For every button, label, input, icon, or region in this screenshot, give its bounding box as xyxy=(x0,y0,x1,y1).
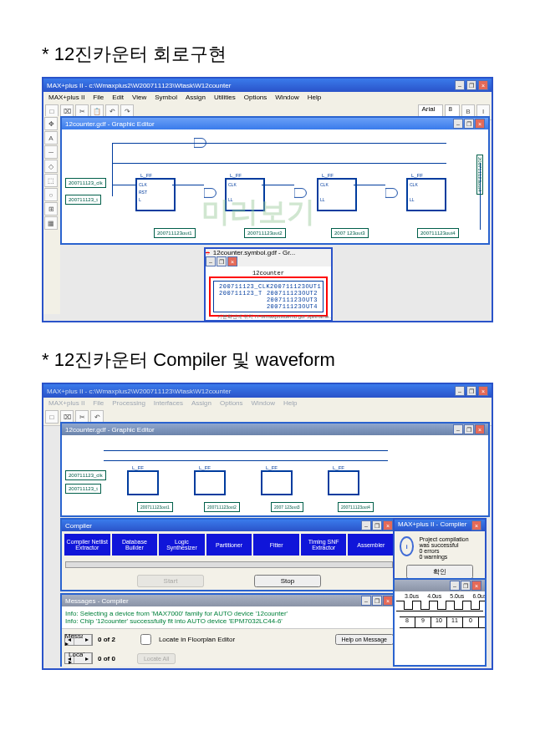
palette-tool[interactable]: ✥ xyxy=(44,117,58,130)
flipflop-1[interactable]: CLK RST L xyxy=(135,178,176,211)
maximize-icon[interactable]: ❐ xyxy=(217,256,227,266)
close-icon[interactable]: × xyxy=(383,520,393,530)
close-icon[interactable]: ○ xyxy=(206,249,210,256)
graphic-editor: 12counter.gdf - Graphic Editor –❐× 20071… xyxy=(60,422,490,517)
menu-item[interactable]: Interfaces xyxy=(154,399,183,407)
maximize-icon[interactable]: ❐ xyxy=(464,119,474,129)
flipflop-2[interactable]: CLK LL xyxy=(225,178,265,211)
message-nav[interactable]: ◂Message ▸▸ xyxy=(64,634,93,646)
flipflop-2[interactable] xyxy=(194,470,226,495)
menu-item[interactable]: Assign xyxy=(191,399,211,407)
schematic-canvas[interactable]: 200711123_clk 200711123_t 200711123out1 … xyxy=(62,435,488,515)
locate-all-button[interactable]: Locate All xyxy=(137,653,176,664)
input-pin-clk[interactable]: 200711123_clk xyxy=(65,470,106,480)
output-pin[interactable]: 2007 123out3 xyxy=(271,502,303,512)
menubar[interactable]: MAX+plus II File Edit View Symbol Assign… xyxy=(43,92,492,103)
output-pin[interactable]: 200711123out1 xyxy=(154,228,196,238)
compiler-step[interactable]: Database Builder xyxy=(112,534,158,556)
maximize-icon[interactable]: ❐ xyxy=(372,520,382,530)
menu-item[interactable]: Edit xyxy=(112,94,124,101)
flipflop-4[interactable]: CLK LL xyxy=(406,178,446,211)
input-pin-clk[interactable]: 200711123_clk xyxy=(65,178,106,188)
menu-item[interactable]: File xyxy=(93,94,104,101)
menu-item[interactable]: Window xyxy=(252,399,275,407)
output-pin-vertical[interactable]: 200711123out4 xyxy=(476,155,483,195)
output-pin[interactable]: 200711123out2 xyxy=(244,228,286,238)
compiler-step[interactable]: Logic Synthesizer xyxy=(159,534,205,556)
compiler-step[interactable]: Timing SNF Extractor xyxy=(301,534,347,556)
palette-tool[interactable]: ○ xyxy=(44,188,58,201)
maximize-button[interactable]: ❐ xyxy=(466,80,476,90)
close-icon[interactable]: × xyxy=(475,119,485,129)
input-pin-t[interactable]: 200711123_t xyxy=(65,195,101,205)
close-icon[interactable]: × xyxy=(383,596,393,606)
close-icon[interactable]: × xyxy=(471,520,482,530)
tool-palette[interactable]: ✥ A ─ ◇ ⬚ ○ ⊞ ▦ xyxy=(43,116,60,314)
menu-item[interactable]: Options xyxy=(244,94,268,101)
flipflop-3[interactable] xyxy=(261,470,293,495)
output-pin[interactable]: 2007 123out3 xyxy=(331,228,369,238)
output-pin[interactable]: 200711123out4 xyxy=(338,502,374,512)
output-pin[interactable]: 200711123out2 xyxy=(204,502,240,512)
menu-item[interactable]: View xyxy=(132,94,146,101)
minimize-icon[interactable]: – xyxy=(453,119,463,129)
locate-fp-checkbox[interactable] xyxy=(140,634,151,645)
and-gate[interactable] xyxy=(294,188,309,198)
and-gate[interactable] xyxy=(385,188,400,198)
and-gate[interactable] xyxy=(204,188,219,198)
flipflop-4[interactable] xyxy=(328,470,359,495)
minimize-button[interactable]: – xyxy=(455,80,465,90)
palette-tool[interactable]: ⊞ xyxy=(44,202,58,216)
minimize-icon[interactable]: – xyxy=(361,596,371,606)
menu-item[interactable]: Utilities xyxy=(214,94,236,101)
menu-item[interactable]: Assign xyxy=(186,94,206,101)
minimize-icon[interactable]: – xyxy=(206,256,216,266)
toolbar-button[interactable]: □ xyxy=(45,410,59,424)
minimize-button[interactable]: – xyxy=(455,386,465,396)
messages-body[interactable]: Info: Selecting a device from 'MAX7000' … xyxy=(62,606,396,628)
menu-item[interactable]: File xyxy=(93,399,104,407)
minimize-icon[interactable]: – xyxy=(361,520,371,530)
symbol-block-name: 12counter xyxy=(209,270,328,277)
menu-item[interactable]: Options xyxy=(220,399,243,407)
maximize-icon[interactable]: ❐ xyxy=(372,596,382,606)
compiler-step[interactable]: Fitter xyxy=(253,534,299,556)
palette-tool[interactable]: ⬚ xyxy=(44,174,58,187)
close-icon[interactable]: × xyxy=(227,256,237,266)
close-button[interactable]: × xyxy=(478,386,488,396)
symbol-block[interactable]: 200711123_CLK200711123OUT1 200711123_T20… xyxy=(209,277,328,317)
flipflop-1[interactable] xyxy=(127,470,159,495)
compiler-step[interactable]: Assembler xyxy=(348,534,394,556)
messages-controls: ◂Locate ▸▸ 0 of 0 Locate All xyxy=(62,650,396,667)
menubar[interactable]: MAX+plus II File Processing Interfaces A… xyxy=(43,398,492,408)
waveform-body[interactable]: 3.0us 4.0us 5.0us 6.0us 7.0us 8.0us xyxy=(395,591,485,630)
menu-item[interactable]: Window xyxy=(275,94,298,101)
output-pin[interactable]: 200711123out4 xyxy=(417,228,459,238)
palette-tool[interactable]: ─ xyxy=(44,145,58,159)
palette-tool[interactable]: ◇ xyxy=(44,160,58,173)
palette-tool[interactable]: ▦ xyxy=(44,216,58,230)
compiler-step[interactable]: Compiler Netlist Extractor xyxy=(64,534,110,556)
locate-nav[interactable]: ◂Locate ▸▸ xyxy=(64,652,93,664)
stop-button[interactable]: Stop xyxy=(254,575,321,587)
menu-item[interactable]: Help xyxy=(283,399,297,407)
window-titlebar[interactable]: MAX+plus II - c:\Wmaxplus2\W200711123\Wt… xyxy=(43,79,492,92)
input-pin-t[interactable]: 200711123_t xyxy=(65,484,101,494)
output-pin[interactable]: 200711123out1 xyxy=(137,502,173,512)
flipflop-3[interactable]: CLK LL xyxy=(317,178,357,211)
menu-item[interactable]: Processing xyxy=(112,399,145,407)
help-on-message-button[interactable]: Help on Message xyxy=(335,634,394,645)
menu-item[interactable]: MAX+plus II xyxy=(48,94,84,101)
menu-item[interactable]: Help xyxy=(308,94,321,101)
close-button[interactable]: × xyxy=(478,80,488,90)
palette-tool[interactable]: A xyxy=(44,131,58,145)
maximize-button[interactable]: ❐ xyxy=(466,386,476,396)
menu-item[interactable]: MAX+plus II xyxy=(48,399,84,407)
window-titlebar[interactable]: MAX+plus II - c:\Wmaxplus2\W200711123\Wt… xyxy=(43,384,492,398)
schematic-canvas[interactable]: CLK RST L CLK LL CLK LL CLK LL xyxy=(62,129,488,243)
compiler-step[interactable]: Partitioner xyxy=(206,534,252,556)
start-button[interactable]: Start xyxy=(137,575,204,587)
menu-item[interactable]: Symbol xyxy=(155,94,177,101)
message-line: Info: Selecting a device from 'MAX7000' … xyxy=(65,610,393,617)
ok-button[interactable]: 확인 xyxy=(406,565,473,579)
